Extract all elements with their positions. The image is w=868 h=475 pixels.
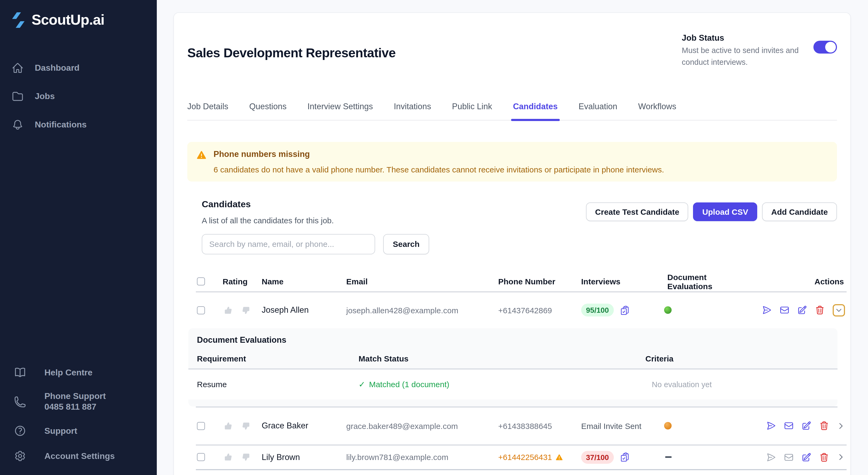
row-checkbox[interactable] xyxy=(197,422,205,430)
thumbs-up-icon[interactable] xyxy=(224,452,233,462)
phone-icon xyxy=(14,395,26,408)
search-row: Search xyxy=(187,234,837,254)
interview-status-text: Email Invite Sent xyxy=(581,421,667,430)
edit-icon[interactable] xyxy=(802,452,811,462)
check-icon: ✓ xyxy=(359,379,365,389)
sidebar-item-help-centre[interactable]: Help Centre xyxy=(0,360,157,385)
interview-score-badge: 95/100 xyxy=(581,304,614,317)
sidebar-item-label: Account Settings xyxy=(44,451,115,461)
job-status-label: Job Status xyxy=(682,33,804,43)
gear-icon xyxy=(14,450,26,462)
sidebar-footer: Help Centre Phone Support 0485 811 887 S… xyxy=(0,360,157,475)
page-title: Sales Development Representative xyxy=(187,46,396,61)
row-checkbox[interactable] xyxy=(197,453,205,461)
warning-triangle-icon xyxy=(196,150,207,160)
email-icon[interactable] xyxy=(780,305,789,315)
doc-eval-status-dot xyxy=(664,422,672,429)
delete-icon[interactable] xyxy=(819,421,829,431)
edit-icon[interactable] xyxy=(797,305,807,315)
candidate-phone: +61437642869 xyxy=(498,305,581,315)
panel-col-match-status: Match Status xyxy=(359,354,645,363)
column-header-actions: Actions xyxy=(751,277,846,286)
thumbs-up-icon[interactable] xyxy=(224,421,233,430)
select-all-checkbox[interactable] xyxy=(197,277,205,286)
chevron-right-icon[interactable] xyxy=(837,453,845,461)
email-icon[interactable] xyxy=(784,421,794,431)
candidate-email: grace.baker489@example.com xyxy=(346,421,498,430)
search-input[interactable] xyxy=(202,234,375,254)
candidate-name: Grace Baker xyxy=(262,421,346,431)
job-status-toggle[interactable] xyxy=(813,41,837,54)
clipboard-check-icon[interactable] xyxy=(620,452,630,462)
sidebar-item-label: Notifications xyxy=(35,120,87,129)
delete-icon[interactable] xyxy=(819,452,829,462)
candidate-email: joseph.allen428@example.com xyxy=(346,305,498,315)
clipboard-check-icon[interactable] xyxy=(620,305,630,315)
sidebar-item-account-settings[interactable]: Account Settings xyxy=(0,443,157,469)
tab-candidates[interactable]: Candidates xyxy=(513,101,558,120)
thumbs-up-icon[interactable] xyxy=(224,305,233,315)
tab-questions[interactable]: Questions xyxy=(249,101,286,120)
create-test-candidate-button[interactable]: Create Test Candidate xyxy=(586,202,688,221)
thumbs-down-icon[interactable] xyxy=(241,421,250,430)
job-card: Sales Development Representative Job Sta… xyxy=(174,12,851,475)
sidebar-item-support[interactable]: Support xyxy=(0,418,157,443)
panel-header-row: Requirement Match Status Criteria xyxy=(188,354,837,369)
help-circle-icon xyxy=(14,425,26,437)
candidates-section-header: Candidates A list of all the candidates … xyxy=(187,199,837,225)
row-checkbox[interactable] xyxy=(197,306,205,314)
upload-csv-button[interactable]: Upload CSV xyxy=(693,202,757,221)
sidebar-item-phone-support[interactable]: Phone Support 0485 811 887 xyxy=(0,385,157,418)
tab-workflows[interactable]: Workflows xyxy=(638,101,676,120)
candidates-heading: Candidates xyxy=(202,199,334,210)
match-status-text: Matched (1 document) xyxy=(369,380,449,389)
tab-evaluation[interactable]: Evaluation xyxy=(579,101,617,120)
sidebar-item-label: Dashboard xyxy=(35,63,80,73)
tab-job-details[interactable]: Job Details xyxy=(187,101,228,120)
job-status-block: Job Status Must be active to send invite… xyxy=(682,33,837,68)
candidate-row: Joseph Allen joseph.allen428@example.com… xyxy=(196,292,846,328)
column-header-doc-evals: Document Evaluations xyxy=(667,272,751,291)
sidebar: ScoutUp.ai Dashboard Jobs Notifications … xyxy=(0,0,157,475)
candidate-email: lily.brown781@example.com xyxy=(346,452,498,462)
sidebar-item-jobs[interactable]: Jobs xyxy=(0,86,157,107)
send-invite-icon[interactable] xyxy=(766,421,776,431)
doc-eval-none-dash xyxy=(665,456,672,458)
job-header: Sales Development Representative Job Sta… xyxy=(187,13,837,68)
app-root: ScoutUp.ai Dashboard Jobs Notifications … xyxy=(0,0,868,475)
thumbs-down-icon[interactable] xyxy=(241,452,250,462)
logo[interactable]: ScoutUp.ai xyxy=(0,0,157,28)
panel-title: Document Evaluations xyxy=(188,335,837,345)
bell-icon xyxy=(12,119,24,131)
criteria-text: No evaluation yet xyxy=(645,380,837,388)
thumbs-down-icon[interactable] xyxy=(241,305,250,315)
candidate-row: Lily Brown lily.brown781@example.com +61… xyxy=(196,445,846,470)
sidebar-item-dashboard[interactable]: Dashboard xyxy=(0,57,157,79)
candidate-phone: +61438388645 xyxy=(498,421,581,430)
chevron-right-icon[interactable] xyxy=(837,422,845,430)
delete-icon[interactable] xyxy=(815,305,825,315)
column-header-rating: Rating xyxy=(223,277,262,286)
edit-icon[interactable] xyxy=(802,421,811,431)
send-invite-icon[interactable] xyxy=(762,305,772,315)
candidate-row: Grace Baker grace.baker489@example.com +… xyxy=(196,407,846,445)
tab-invitations[interactable]: Invitations xyxy=(394,101,431,120)
main-content: Sales Development Representative Job Sta… xyxy=(157,0,868,475)
panel-col-criteria: Criteria xyxy=(645,354,837,363)
collapse-row-button[interactable] xyxy=(833,304,845,316)
add-candidate-button[interactable]: Add Candidate xyxy=(762,202,837,221)
sidebar-item-label: Phone Support xyxy=(44,391,106,401)
candidate-name: Joseph Allen xyxy=(262,305,346,315)
sidebar-item-notifications[interactable]: Notifications xyxy=(0,114,157,136)
tab-public-link[interactable]: Public Link xyxy=(452,101,492,120)
column-header-interviews: Interviews xyxy=(581,277,667,286)
tab-interview-settings[interactable]: Interview Settings xyxy=(307,101,373,120)
toggle-knob xyxy=(825,42,836,53)
home-icon xyxy=(12,62,24,74)
search-button[interactable]: Search xyxy=(383,234,429,254)
column-header-email: Email xyxy=(346,277,498,286)
chevron-down-icon xyxy=(835,306,842,314)
panel-row: Resume ✓ Matched (1 document) No evaluat… xyxy=(188,369,837,399)
candidate-phone: +61442256431 xyxy=(498,452,552,462)
sidebar-item-label: Jobs xyxy=(35,92,55,101)
